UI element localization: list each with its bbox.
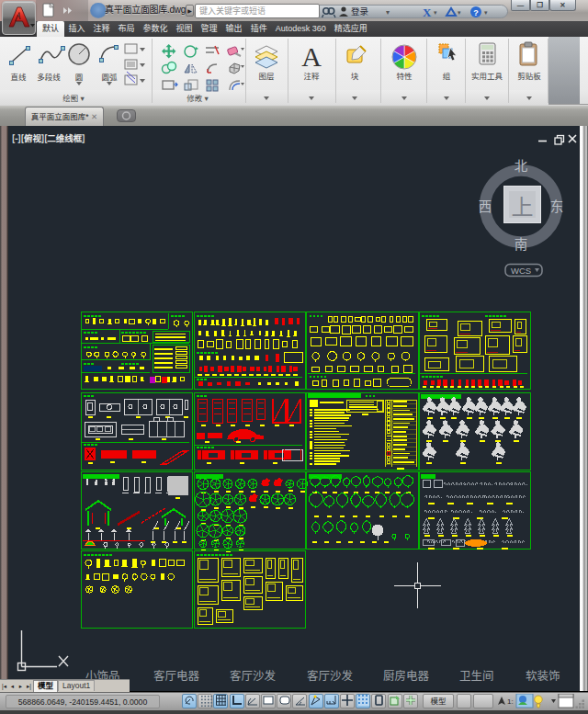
- svg-text:客厅沙发: 客厅沙发: [307, 666, 354, 684]
- svg-text:▾: ▾: [434, 9, 437, 16]
- svg-text:客厅沙发: 客厅沙发: [230, 666, 277, 684]
- svg-text:1:: 1:: [507, 697, 514, 706]
- svg-text:▾: ▾: [458, 9, 461, 16]
- svg-text:西: 西: [479, 196, 492, 215]
- svg-text:WCS: WCS: [511, 266, 531, 276]
- svg-text:上: 上: [512, 189, 534, 221]
- svg-text:东: 东: [550, 196, 564, 215]
- svg-text:厨房电器: 厨房电器: [383, 666, 430, 684]
- svg-text:X: X: [423, 6, 432, 18]
- svg-text:[-][俯视][二维线框]: [-][俯视][二维线框]: [12, 131, 85, 144]
- svg-text:软装饰: 软装饰: [526, 666, 560, 684]
- svg-text:▾: ▾: [484, 9, 488, 16]
- svg-text:?: ?: [473, 8, 479, 17]
- svg-text:北: 北: [514, 155, 528, 175]
- svg-text:卫生间: 卫生间: [459, 666, 494, 684]
- svg-text:A: A: [301, 41, 322, 72]
- svg-text:南: 南: [514, 233, 528, 253]
- svg-text:客厅电器: 客厅电器: [153, 666, 200, 684]
- svg-text:▾: ▾: [386, 8, 390, 17]
